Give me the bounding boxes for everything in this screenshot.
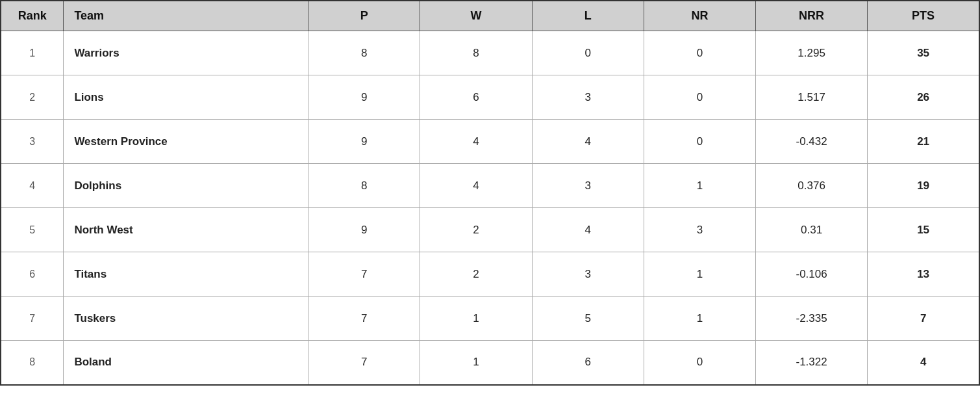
- table-row: 2Lions96301.51726: [1, 75, 979, 120]
- table-row: 3Western Province9440-0.43221: [1, 120, 979, 164]
- cell-pts: 19: [868, 164, 979, 208]
- standings-table: Rank Team P W L NR NRR PTS 1Warriors8800…: [0, 0, 980, 386]
- cell-team: North West: [64, 208, 308, 252]
- header-rank: Rank: [1, 1, 64, 31]
- cell-l: 6: [532, 341, 644, 385]
- cell-w: 1: [420, 297, 532, 341]
- cell-nrr: -1.322: [756, 341, 868, 385]
- cell-team: Lions: [64, 75, 308, 120]
- cell-nrr: -0.432: [756, 120, 868, 164]
- table-row: 7Tuskers7151-2.3357: [1, 297, 979, 341]
- cell-pts: 13: [868, 252, 979, 297]
- cell-p: 7: [308, 252, 420, 297]
- cell-rank: 7: [1, 297, 64, 341]
- table-row: 8Boland7160-1.3224: [1, 341, 979, 385]
- cell-p: 8: [308, 31, 420, 75]
- cell-w: 4: [420, 164, 532, 208]
- cell-nrr: 0.376: [756, 164, 868, 208]
- cell-team: Dolphins: [64, 164, 308, 208]
- cell-rank: 8: [1, 341, 64, 385]
- cell-pts: 15: [868, 208, 979, 252]
- cell-nrr: 1.295: [756, 31, 868, 75]
- table-row: 6Titans7231-0.10613: [1, 252, 979, 297]
- standings-table-container: Rank Team P W L NR NRR PTS 1Warriors8800…: [0, 0, 980, 386]
- cell-pts: 35: [868, 31, 979, 75]
- cell-team: Tuskers: [64, 297, 308, 341]
- cell-nrr: 0.31: [756, 208, 868, 252]
- cell-p: 7: [308, 341, 420, 385]
- cell-nrr: -0.106: [756, 252, 868, 297]
- cell-team: Warriors: [64, 31, 308, 75]
- table-header-row: Rank Team P W L NR NRR PTS: [1, 1, 979, 31]
- header-team: Team: [64, 1, 308, 31]
- table-row: 5North West92430.3115: [1, 208, 979, 252]
- cell-w: 8: [420, 31, 532, 75]
- cell-p: 7: [308, 297, 420, 341]
- cell-pts: 26: [868, 75, 979, 120]
- cell-p: 8: [308, 164, 420, 208]
- table-row: 1Warriors88001.29535: [1, 31, 979, 75]
- header-pts: PTS: [868, 1, 979, 31]
- cell-nrr: 1.517: [756, 75, 868, 120]
- cell-rank: 5: [1, 208, 64, 252]
- cell-nr: 1: [644, 164, 755, 208]
- cell-nr: 0: [644, 120, 755, 164]
- cell-w: 2: [420, 252, 532, 297]
- cell-rank: 2: [1, 75, 64, 120]
- cell-l: 3: [532, 252, 644, 297]
- cell-pts: 4: [868, 341, 979, 385]
- cell-l: 5: [532, 297, 644, 341]
- header-w: W: [420, 1, 532, 31]
- cell-nrr: -2.335: [756, 297, 868, 341]
- cell-nr: 0: [644, 31, 755, 75]
- cell-nr: 1: [644, 252, 755, 297]
- cell-p: 9: [308, 75, 420, 120]
- cell-l: 4: [532, 208, 644, 252]
- cell-l: 4: [532, 120, 644, 164]
- header-p: P: [308, 1, 420, 31]
- cell-team: Boland: [64, 341, 308, 385]
- cell-l: 0: [532, 31, 644, 75]
- cell-p: 9: [308, 208, 420, 252]
- cell-nr: 3: [644, 208, 755, 252]
- cell-l: 3: [532, 75, 644, 120]
- cell-rank: 4: [1, 164, 64, 208]
- header-nr: NR: [644, 1, 755, 31]
- cell-l: 3: [532, 164, 644, 208]
- cell-pts: 7: [868, 297, 979, 341]
- cell-w: 2: [420, 208, 532, 252]
- cell-pts: 21: [868, 120, 979, 164]
- cell-nr: 0: [644, 75, 755, 120]
- cell-rank: 6: [1, 252, 64, 297]
- cell-w: 1: [420, 341, 532, 385]
- header-l: L: [532, 1, 644, 31]
- table-row: 4Dolphins84310.37619: [1, 164, 979, 208]
- cell-rank: 3: [1, 120, 64, 164]
- cell-team: Titans: [64, 252, 308, 297]
- cell-team: Western Province: [64, 120, 308, 164]
- header-nrr: NRR: [756, 1, 868, 31]
- cell-nr: 0: [644, 341, 755, 385]
- cell-nr: 1: [644, 297, 755, 341]
- cell-w: 6: [420, 75, 532, 120]
- cell-rank: 1: [1, 31, 64, 75]
- cell-p: 9: [308, 120, 420, 164]
- cell-w: 4: [420, 120, 532, 164]
